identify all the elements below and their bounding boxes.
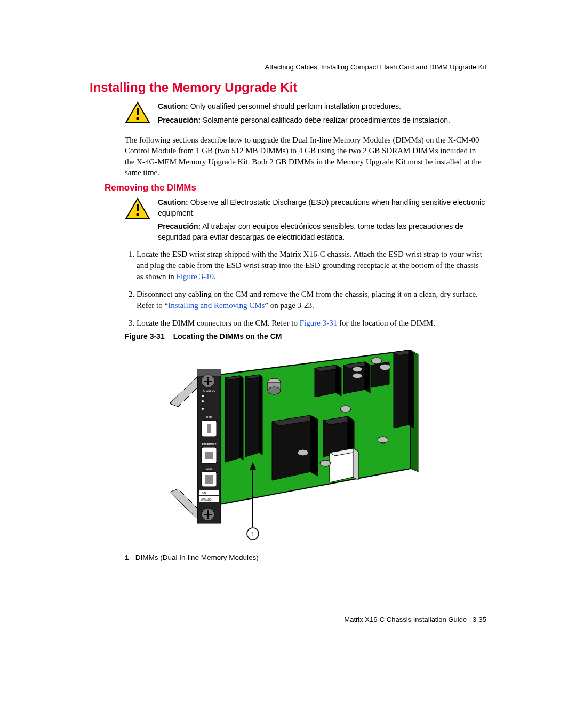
svg-point-68 bbox=[380, 364, 390, 370]
svg-text:S/N:: S/N: bbox=[202, 492, 207, 495]
figure-3-31-illustration: X-CM-00 USB ETHERNET CON S/N: MAC ADD: bbox=[165, 346, 421, 549]
running-header: Attaching Cables, Installing Compact Fla… bbox=[265, 63, 486, 71]
caution-text-block: Caution: Only qualified personnel should… bbox=[158, 101, 450, 129]
caution-text-block: Caution: Observe all Electrostatic Disch… bbox=[158, 197, 486, 246]
svg-marker-39 bbox=[259, 375, 262, 455]
svg-rect-23 bbox=[205, 475, 213, 484]
svg-point-2 bbox=[136, 117, 139, 120]
intro-paragraph: The following sections describe how to u… bbox=[125, 134, 486, 178]
svg-marker-45 bbox=[336, 365, 341, 396]
legend-number: 1 bbox=[125, 553, 133, 561]
step-1-text-b: . bbox=[214, 272, 216, 281]
step-3: Locate the DIMM connectors on the CM. Re… bbox=[137, 318, 486, 329]
svg-marker-37 bbox=[245, 375, 259, 457]
svg-rect-1 bbox=[137, 108, 139, 115]
svg-point-61 bbox=[268, 387, 281, 394]
svg-marker-58 bbox=[409, 350, 414, 428]
header-rule bbox=[90, 73, 486, 73]
svg-marker-48 bbox=[365, 362, 370, 393]
heading-removing-dimms: Removing the DIMMs bbox=[105, 183, 196, 193]
link-figure-3-10[interactable]: Figure 3-10 bbox=[177, 272, 214, 281]
svg-text:ETHERNET: ETHERNET bbox=[202, 442, 217, 446]
step-3-text-a: Locate the DIMM connectors on the CM. Re… bbox=[137, 319, 300, 327]
heading-installing-memory-upgrade-kit: Installing the Memory Upgrade Kit bbox=[90, 80, 297, 95]
svg-rect-19 bbox=[207, 424, 211, 433]
svg-marker-56 bbox=[394, 350, 409, 428]
svg-rect-21 bbox=[205, 452, 213, 459]
figure-caption: Figure 3-31Locating the DIMMs on the CM bbox=[125, 332, 282, 341]
link-figure-3-31[interactable]: Figure 3-31 bbox=[300, 319, 337, 327]
svg-marker-42 bbox=[310, 415, 318, 476]
caution-icon bbox=[125, 197, 150, 221]
caution-label-en: Caution: bbox=[158, 198, 188, 207]
svg-point-5 bbox=[136, 213, 139, 216]
svg-point-25 bbox=[202, 400, 204, 402]
svg-point-66 bbox=[320, 460, 331, 466]
footer-page-number: 3-35 bbox=[473, 615, 486, 623]
procedure-steps: Locate the ESD wrist strap shipped with … bbox=[125, 249, 486, 335]
board-label: X-CM-00 bbox=[203, 389, 216, 392]
svg-marker-54 bbox=[353, 448, 358, 480]
footer-book-title: Matrix X16-C Chassis Installation Guide bbox=[344, 615, 467, 623]
callout-circle-1: 1 bbox=[251, 530, 254, 538]
svg-text:MAC ADD:: MAC ADD: bbox=[201, 498, 212, 501]
svg-text:CON: CON bbox=[206, 467, 212, 470]
svg-point-64 bbox=[353, 373, 362, 378]
caution-icon bbox=[125, 101, 150, 125]
step-2-text-b: ” on page 3-23. bbox=[265, 301, 314, 310]
figure-number: Figure 3-31 bbox=[125, 332, 165, 341]
svg-marker-13 bbox=[170, 377, 197, 407]
svg-rect-4 bbox=[137, 204, 139, 211]
svg-point-65 bbox=[298, 449, 308, 456]
page-footer: Matrix X16-C Chassis Installation Guide … bbox=[344, 615, 486, 623]
caution-label-es: Precaución: bbox=[158, 116, 201, 124]
legend-text: DIMMs (Dual In-line Memory Modules) bbox=[135, 553, 259, 561]
svg-marker-17 bbox=[170, 489, 197, 519]
step-2: Disconnect any cabling on the CM and rem… bbox=[137, 289, 486, 311]
svg-point-69 bbox=[378, 437, 388, 443]
caution-label-en: Caution: bbox=[158, 102, 188, 110]
caution-label-es: Precaución: bbox=[158, 222, 201, 231]
link-installing-removing-cms[interactable]: Installing and Removing CMs bbox=[168, 301, 265, 310]
caution-text-en: Only qualified personnel should perform … bbox=[188, 102, 401, 110]
svg-point-63 bbox=[353, 367, 362, 372]
svg-text:USB: USB bbox=[206, 416, 212, 419]
svg-point-24 bbox=[202, 395, 204, 397]
figure-legend: 1 DIMMs (Dual In-line Memory Modules) bbox=[125, 550, 486, 566]
svg-point-26 bbox=[202, 408, 204, 410]
caution-text-es: Solamente personal calificado debe reali… bbox=[201, 116, 450, 124]
figure-title: Locating the DIMMs on the CM bbox=[173, 332, 282, 341]
step-3-text-b: for the location of the DIMM. bbox=[337, 319, 435, 327]
caution-text-es: Al trabajar con equipos electrónicos sen… bbox=[158, 222, 463, 241]
svg-marker-36 bbox=[240, 376, 243, 460]
step-1: Locate the ESD wrist strap shipped with … bbox=[137, 249, 486, 282]
caution-text-en: Observe all Electrostatic Discharge (ESD… bbox=[158, 198, 485, 217]
svg-point-62 bbox=[340, 406, 351, 412]
svg-marker-34 bbox=[225, 376, 240, 462]
svg-point-67 bbox=[371, 358, 382, 364]
